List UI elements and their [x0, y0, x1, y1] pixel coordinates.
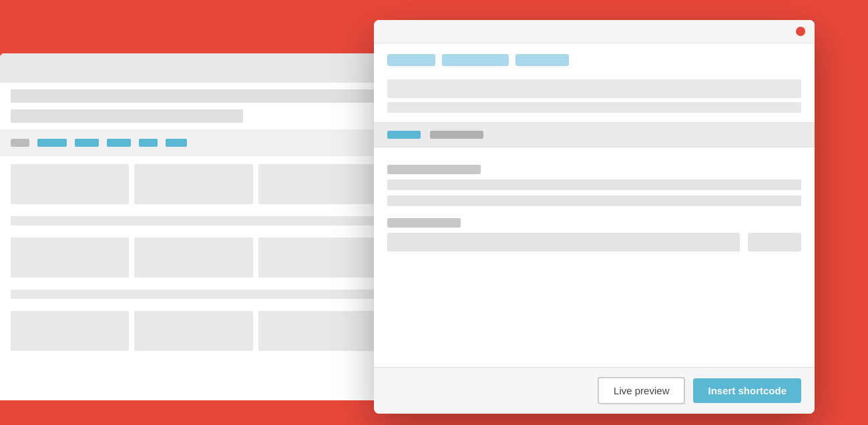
bg-nav — [0, 129, 387, 156]
modal-tab-2[interactable] — [442, 54, 509, 66]
modal-tabs-row — [387, 54, 801, 66]
insert-shortcode-button[interactable]: Insert shortcode — [693, 378, 801, 403]
form-input-big[interactable] — [387, 233, 740, 252]
modal-dialog: Live preview Insert shortcode — [374, 20, 815, 414]
bg-row-2 — [11, 109, 243, 123]
bg-row-1 — [11, 89, 377, 103]
form-input-2[interactable] — [387, 195, 801, 206]
bg-grid-2 — [0, 230, 387, 286]
bg-nav-item-4 — [107, 139, 131, 147]
modal-titlebar — [374, 20, 815, 43]
bg-grid-row-2 — [11, 290, 377, 299]
modal-tab-3[interactable] — [515, 54, 569, 66]
bg-grid-cell-1 — [11, 164, 129, 204]
form-label-2 — [387, 218, 461, 228]
modal-body: Live preview Insert shortcode — [374, 43, 815, 414]
bg-nav-item-6 — [166, 139, 187, 147]
bg-page-body — [0, 89, 387, 359]
bg-grid-cell-4 — [11, 238, 129, 278]
modal-content-row-2 — [387, 102, 801, 113]
background-page-mockup — [0, 53, 387, 400]
live-preview-button[interactable]: Live preview — [598, 377, 685, 404]
bg-grid — [0, 156, 387, 212]
bg-nav-item-1 — [11, 139, 29, 147]
modal-content-rows — [374, 75, 815, 122]
form-input-1[interactable] — [387, 179, 801, 190]
modal-tab-1[interactable] — [387, 54, 435, 66]
bg-nav-item-5 — [139, 139, 158, 147]
modal-footer: Live preview Insert shortcode — [374, 367, 815, 414]
modal-top-section — [374, 43, 815, 75]
bg-grid-cell-5 — [134, 238, 252, 278]
form-input-small[interactable] — [748, 233, 801, 252]
bg-page-header — [0, 53, 387, 83]
bg-grid-row-1 — [11, 216, 377, 226]
bg-nav-item-3 — [75, 139, 99, 147]
bg-grid-cell-3 — [258, 164, 377, 204]
modal-subtab-inactive[interactable] — [430, 131, 483, 139]
modal-content-row-1 — [387, 79, 801, 98]
bg-grid-cell-9 — [258, 311, 377, 351]
modal-close-button[interactable] — [796, 27, 805, 36]
form-row-group — [387, 233, 801, 252]
modal-subtabs — [374, 122, 815, 147]
bg-grid-cell-7 — [11, 311, 129, 351]
bg-grid-3 — [0, 303, 387, 359]
bg-grid-cell-6 — [258, 238, 377, 278]
modal-form — [374, 147, 815, 367]
bg-grid-cell-8 — [134, 311, 252, 351]
form-label-1 — [387, 165, 481, 174]
modal-subtab-active[interactable] — [387, 131, 421, 139]
bg-grid-cell-2 — [134, 164, 252, 204]
bg-nav-item-2 — [37, 139, 67, 147]
